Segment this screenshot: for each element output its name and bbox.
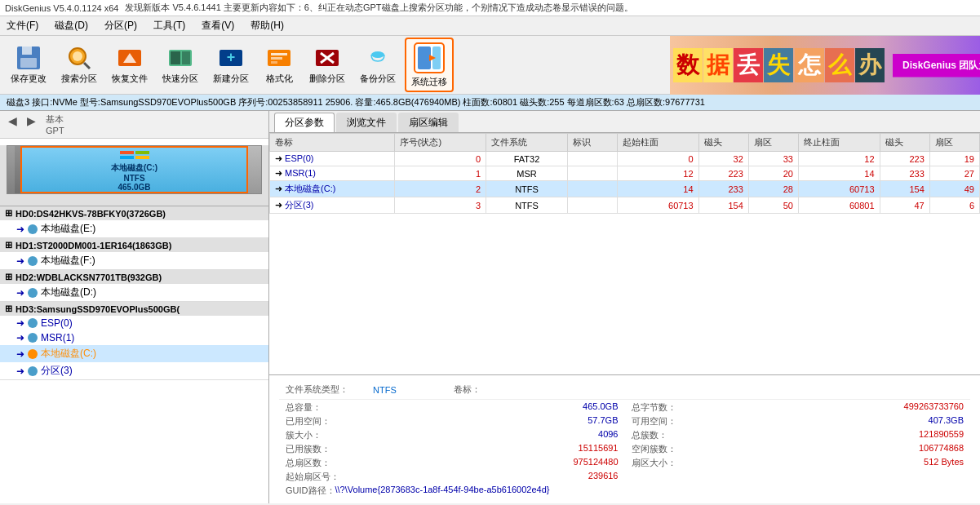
delete-partition-button[interactable]: 删除分区 [304,42,351,88]
svg-rect-10 [182,51,190,64]
migrate-button[interactable]: 系统迁移 [405,38,454,92]
quick-partition-icon [167,45,193,71]
prop-used: 已用空间： 57.7GB [286,415,619,427]
tree-item-f[interactable]: ➜ 本地磁盘(F:) [0,252,268,269]
partition-icon-e [28,224,38,234]
menu-file[interactable]: 文件(F) [3,18,42,33]
vis-c-drive[interactable]: 本地磁盘(C:) NTFS 465.0GB [20,146,249,193]
disk-group-hd2: ⊞ HD2:WDBLACKSN7701TB(932GB) ➜ 本地磁盘(D:) [0,270,268,302]
ad-char-5: 怎 [795,48,824,82]
props-left: 总容量： 465.0GB 已用空间： 57.7GB 簇大小： 4096 已用簇数… [279,400,625,498]
partition-icon-f [28,256,38,266]
title-bar: DiskGenius V5.4.0.1124 x64 发现新版本 V5.4.6.… [0,0,980,16]
prop-cluster: 簇大小： 4096 [286,429,619,441]
menu-tools[interactable]: 工具(T) [150,18,188,33]
svg-rect-14 [271,53,287,55]
col-end-cyl: 终止柱面 [798,134,880,152]
table-row-selected[interactable]: ➜ 本地磁盘(C:) 2 NTFS 14 233 28 60713 154 49 [270,181,980,197]
prop-total-bytes: 总字节数： 499263733760 [632,401,964,414]
nav-forward[interactable]: ▶ [24,113,39,135]
props-right: 总字节数： 499263733760 可用空间： 407.3GB 总簇数： 12… [625,400,971,498]
prop-total-clusters: 总簇数： 121890559 [632,429,964,441]
disk-group-hd3: ⊞ HD3:SamsungSSD970EVOPlus500GB( ➜ ESP(0… [0,302,268,380]
ad-banner[interactable]: 数 据 丢 失 怎 么 办 DiskGenius 团队为您服务 致电：400-0… [670,36,980,95]
format-icon [266,45,292,71]
col-id: 标识 [567,134,617,152]
migrate-icon [413,42,446,74]
menu-partition[interactable]: 分区(P) [101,18,140,33]
prop-total-sectors: 总扇区数： 975124480 [286,457,619,469]
nav-label: 基本GPT [42,113,64,135]
tab-browse-files[interactable]: 浏览文件 [336,113,397,132]
save-icon [16,45,42,71]
save-button[interactable]: 保存更改 [5,42,52,88]
nav-controls: ◀ ▶ 基本GPT [0,111,268,139]
prop-used-clusters: 已用簇数： 15115691 [286,443,619,455]
table-row[interactable]: ➜ 分区(3) 3 NTFS 60713 154 50 60801 47 6 [270,197,980,214]
partition-icon-d [28,288,38,298]
tree-item-esp[interactable]: ➜ ESP(0) [0,316,268,330]
tree-item-d[interactable]: ➜ 本地磁盘(D:) [0,284,268,301]
app-name: DiskGenius V5.4.0.1124 x64 [5,3,118,13]
disk-title-hd3[interactable]: ⊞ HD3:SamsungSSD970EVOPlus500GB( [0,302,268,316]
search-button[interactable]: 搜索分区 [55,42,103,88]
new-partition-button[interactable]: + 新建分区 [207,42,255,88]
new-partition-icon: + [218,45,244,71]
tree-item-e[interactable]: ➜ 本地磁盘(E:) [0,220,268,237]
partition-icon-esp [28,318,38,328]
partition-icon-part3 [28,366,38,376]
tab-partition-params[interactable]: 分区参数 [274,113,335,132]
disk-title-hd2[interactable]: ⊞ HD2:WDBLACKSN7701TB(932GB) [0,270,268,284]
right-panel: 分区参数 浏览文件 扇区编辑 卷标 序号(状态) 文件系统 标识 起始柱面 磁头… [269,111,980,503]
quick-partition-button[interactable]: 快速分区 [157,42,204,88]
svg-rect-16 [271,61,277,64]
ad-char-1: 数 [673,48,703,82]
svg-line-4 [84,63,90,69]
col-end-sec: 扇区 [929,134,979,152]
vis-esp [7,146,15,193]
restore-icon [117,45,143,71]
win-pane-yellow [135,156,149,159]
svg-text:+: + [227,49,236,65]
col-fs: 文件系统 [486,134,568,152]
disk-title-hd0[interactable]: ⊞ HD0:DS42HKVS-78BFKY0(3726GB) [0,206,268,220]
tab-sector-edit[interactable]: 扇区编辑 [398,113,459,132]
disk-visual: 本地磁盘(C:) NTFS 465.0GB [0,145,268,206]
menu-disk[interactable]: 磁盘(D) [51,18,91,33]
fs-type-row: 文件系统类型： NTFS 卷标： [279,380,970,400]
ad-char-3: 丢 [734,48,763,82]
format-button[interactable]: 格式化 [258,42,300,88]
ad-char-6: 么 [825,48,854,82]
search-icon [66,45,92,71]
left-panel: ◀ ▶ 基本GPT 本地磁盘(C:) NTFS [0,111,269,503]
prop-start-sector: 起始扇区号： 239616 [286,471,619,483]
restore-button[interactable]: 恢复文件 [106,42,153,88]
partitions-table: 卷标 序号(状态) 文件系统 标识 起始柱面 磁头 扇区 终止柱面 磁头 扇区 [269,133,980,214]
table-row[interactable]: ➜ ESP(0) 0 FAT32 0 32 33 12 223 19 [270,152,980,166]
tree-item-c[interactable]: ➜ 本地磁盘(C:) [0,345,268,362]
menu-help[interactable]: 帮助(H) [247,18,287,33]
partition-icon-c [28,349,38,359]
disk-vis-bar: 本地磁盘(C:) NTFS 465.0GB [7,145,262,194]
update-notice: 发现新版本 V5.4.6.1441 主要更新内容如下：6、纠正在动态GPT磁盘上… [125,2,632,14]
vis-part3 [248,146,261,193]
disk-group-hd0: ⊞ HD0:DS42HKVS-78BFKY0(3726GB) ➜ 本地磁盘(E:… [0,206,268,238]
disk-title-hd1[interactable]: ⊞ HD1:ST2000DM001-1ER164(1863GB) [0,238,268,252]
col-end-head: 磁头 [880,134,929,152]
partition-table: 卷标 序号(状态) 文件系统 标识 起始柱面 磁头 扇区 终止柱面 磁头 扇区 [269,133,980,374]
disk-info-bar: 磁盘3 接口:NVMe 型号:SamsungSSD970EVOPlus500GB… [0,95,980,111]
nav-back[interactable]: ◀ [5,113,20,135]
col-seq: 序号(状态) [394,134,486,152]
win-pane-red [120,151,134,154]
partition-icon-msr [28,333,38,343]
table-row[interactable]: ➜ MSR(1) 1 MSR 12 223 20 14 233 27 [270,166,980,181]
disk-group-hd1: ⊞ HD1:ST2000DM001-1ER164(1863GB) ➜ 本地磁盘(… [0,238,268,270]
tree-item-msr[interactable]: ➜ MSR(1) [0,330,268,345]
backup-button[interactable]: 备份分区 [354,42,401,88]
menu-view[interactable]: 查看(V) [198,18,237,33]
props-panel: 文件系统类型： NTFS 卷标： 总容量： 465.0GB 已用空间： 57.7… [269,374,980,503]
prop-sector-size: 扇区大小： 512 Bytes [632,457,964,469]
props-grid: 总容量： 465.0GB 已用空间： 57.7GB 簇大小： 4096 已用簇数… [279,400,970,498]
tree-item-part3[interactable]: ➜ 分区(3) [0,362,268,379]
ad-char-2: 据 [703,48,733,82]
